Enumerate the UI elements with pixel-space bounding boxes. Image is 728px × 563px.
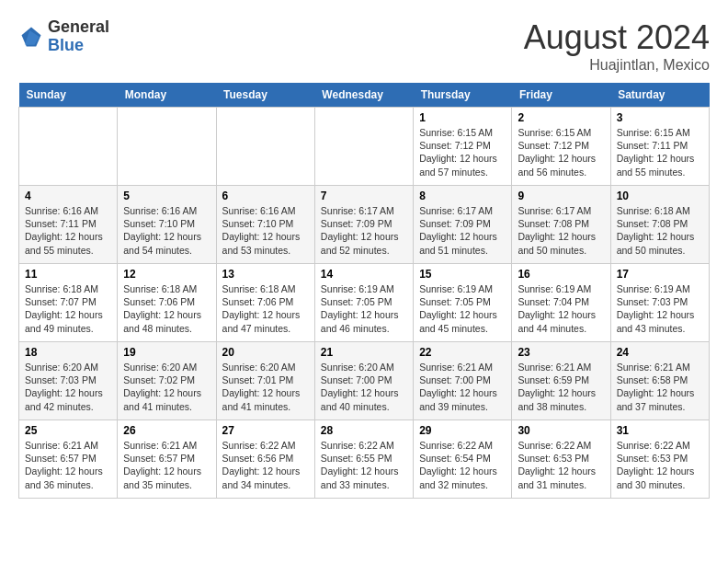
calendar-week-3: 11Sunrise: 6:18 AM Sunset: 7:07 PM Dayli… xyxy=(19,264,710,342)
day-number: 24 xyxy=(617,346,703,359)
day-number: 25 xyxy=(25,424,111,437)
calendar-cell: 5Sunrise: 6:16 AM Sunset: 7:10 PM Daylig… xyxy=(118,186,216,264)
day-number: 23 xyxy=(518,346,604,359)
calendar-week-2: 4Sunrise: 6:16 AM Sunset: 7:11 PM Daylig… xyxy=(19,186,710,264)
calendar-cell: 18Sunrise: 6:20 AM Sunset: 7:03 PM Dayli… xyxy=(19,342,118,420)
day-info: Sunrise: 6:16 AM Sunset: 7:11 PM Dayligh… xyxy=(25,204,111,257)
day-info: Sunrise: 6:17 AM Sunset: 7:08 PM Dayligh… xyxy=(518,204,604,257)
calendar-cell xyxy=(19,108,118,186)
day-number: 3 xyxy=(617,111,703,124)
day-info: Sunrise: 6:18 AM Sunset: 7:06 PM Dayligh… xyxy=(222,282,309,335)
calendar-cell: 17Sunrise: 6:19 AM Sunset: 7:03 PM Dayli… xyxy=(610,264,709,342)
day-info: Sunrise: 6:21 AM Sunset: 6:57 PM Dayligh… xyxy=(25,439,111,491)
day-info: Sunrise: 6:21 AM Sunset: 6:59 PM Dayligh… xyxy=(518,361,604,413)
weekday-header-friday: Friday xyxy=(512,83,610,108)
calendar-cell: 27Sunrise: 6:22 AM Sunset: 6:56 PM Dayli… xyxy=(216,420,314,499)
day-info: Sunrise: 6:19 AM Sunset: 7:05 PM Dayligh… xyxy=(419,282,506,335)
calendar-cell: 8Sunrise: 6:17 AM Sunset: 7:09 PM Daylig… xyxy=(414,186,512,264)
calendar-cell: 3Sunrise: 6:15 AM Sunset: 7:11 PM Daylig… xyxy=(610,108,709,186)
day-info: Sunrise: 6:22 AM Sunset: 6:53 PM Dayligh… xyxy=(518,439,604,491)
day-number: 4 xyxy=(25,190,111,202)
day-info: Sunrise: 6:22 AM Sunset: 6:56 PM Dayligh… xyxy=(222,439,309,491)
calendar-cell: 22Sunrise: 6:21 AM Sunset: 7:00 PM Dayli… xyxy=(414,342,512,420)
day-number: 7 xyxy=(321,190,407,202)
calendar-cell: 11Sunrise: 6:18 AM Sunset: 7:07 PM Dayli… xyxy=(19,264,118,342)
title-section: August 2024 Huajintlan, Mexico xyxy=(524,18,710,74)
day-number: 21 xyxy=(321,346,407,359)
day-number: 17 xyxy=(617,268,703,281)
day-number: 14 xyxy=(321,268,407,281)
calendar-cell xyxy=(216,108,314,186)
calendar-cell: 6Sunrise: 6:16 AM Sunset: 7:10 PM Daylig… xyxy=(216,186,314,264)
day-number: 22 xyxy=(419,346,506,359)
day-info: Sunrise: 6:20 AM Sunset: 7:01 PM Dayligh… xyxy=(222,361,309,413)
day-number: 8 xyxy=(419,190,506,202)
day-info: Sunrise: 6:19 AM Sunset: 7:03 PM Dayligh… xyxy=(617,282,703,335)
calendar-cell: 21Sunrise: 6:20 AM Sunset: 7:00 PM Dayli… xyxy=(314,342,413,420)
page-header: General Blue August 2024 Huajintlan, Mex… xyxy=(18,18,710,74)
calendar-cell: 12Sunrise: 6:18 AM Sunset: 7:06 PM Dayli… xyxy=(118,264,216,342)
calendar-cell: 19Sunrise: 6:20 AM Sunset: 7:02 PM Dayli… xyxy=(118,342,216,420)
day-info: Sunrise: 6:21 AM Sunset: 6:58 PM Dayligh… xyxy=(617,361,703,413)
day-number: 13 xyxy=(222,268,309,281)
day-info: Sunrise: 6:16 AM Sunset: 7:10 PM Dayligh… xyxy=(222,204,309,257)
day-number: 16 xyxy=(518,268,604,281)
location-title: Huajintlan, Mexico xyxy=(524,57,710,74)
calendar-table: SundayMondayTuesdayWednesdayThursdayFrid… xyxy=(18,83,710,499)
calendar-cell: 7Sunrise: 6:17 AM Sunset: 7:09 PM Daylig… xyxy=(314,186,413,264)
day-number: 2 xyxy=(518,111,604,124)
day-number: 28 xyxy=(321,424,407,437)
calendar-cell: 13Sunrise: 6:18 AM Sunset: 7:06 PM Dayli… xyxy=(216,264,314,342)
day-number: 19 xyxy=(123,346,210,359)
day-info: Sunrise: 6:18 AM Sunset: 7:08 PM Dayligh… xyxy=(617,204,703,257)
calendar-cell: 24Sunrise: 6:21 AM Sunset: 6:58 PM Dayli… xyxy=(610,342,709,420)
calendar-week-5: 25Sunrise: 6:21 AM Sunset: 6:57 PM Dayli… xyxy=(19,420,710,499)
day-number: 10 xyxy=(617,190,703,202)
day-number: 15 xyxy=(419,268,506,281)
weekday-header-monday: Monday xyxy=(118,83,216,108)
calendar-cell: 9Sunrise: 6:17 AM Sunset: 7:08 PM Daylig… xyxy=(512,186,610,264)
calendar-cell: 15Sunrise: 6:19 AM Sunset: 7:05 PM Dayli… xyxy=(414,264,512,342)
calendar-cell: 16Sunrise: 6:19 AM Sunset: 7:04 PM Dayli… xyxy=(512,264,610,342)
day-info: Sunrise: 6:15 AM Sunset: 7:12 PM Dayligh… xyxy=(518,126,604,178)
calendar-cell: 31Sunrise: 6:22 AM Sunset: 6:53 PM Dayli… xyxy=(610,420,709,499)
logo-icon xyxy=(18,24,44,50)
day-info: Sunrise: 6:17 AM Sunset: 7:09 PM Dayligh… xyxy=(419,204,506,257)
day-info: Sunrise: 6:19 AM Sunset: 7:05 PM Dayligh… xyxy=(321,282,407,335)
calendar-cell: 25Sunrise: 6:21 AM Sunset: 6:57 PM Dayli… xyxy=(19,420,118,499)
day-info: Sunrise: 6:16 AM Sunset: 7:10 PM Dayligh… xyxy=(123,204,210,257)
day-number: 29 xyxy=(419,424,506,437)
calendar-cell: 30Sunrise: 6:22 AM Sunset: 6:53 PM Dayli… xyxy=(512,420,610,499)
day-info: Sunrise: 6:18 AM Sunset: 7:07 PM Dayligh… xyxy=(25,282,111,335)
logo-blue: Blue xyxy=(48,37,109,55)
day-number: 30 xyxy=(518,424,604,437)
weekday-header-tuesday: Tuesday xyxy=(216,83,314,108)
day-info: Sunrise: 6:15 AM Sunset: 7:11 PM Dayligh… xyxy=(617,126,703,178)
day-info: Sunrise: 6:19 AM Sunset: 7:04 PM Dayligh… xyxy=(518,282,604,335)
day-number: 12 xyxy=(123,268,210,281)
calendar-cell: 14Sunrise: 6:19 AM Sunset: 7:05 PM Dayli… xyxy=(314,264,413,342)
day-info: Sunrise: 6:17 AM Sunset: 7:09 PM Dayligh… xyxy=(321,204,407,257)
logo-text: General Blue xyxy=(48,18,109,55)
weekday-header-wednesday: Wednesday xyxy=(314,83,413,108)
day-info: Sunrise: 6:21 AM Sunset: 6:57 PM Dayligh… xyxy=(123,439,210,491)
day-number: 1 xyxy=(419,111,506,124)
day-number: 6 xyxy=(222,190,309,202)
calendar-cell: 10Sunrise: 6:18 AM Sunset: 7:08 PM Dayli… xyxy=(610,186,709,264)
calendar-cell: 26Sunrise: 6:21 AM Sunset: 6:57 PM Dayli… xyxy=(118,420,216,499)
day-info: Sunrise: 6:22 AM Sunset: 6:54 PM Dayligh… xyxy=(419,439,506,491)
calendar-cell: 20Sunrise: 6:20 AM Sunset: 7:01 PM Dayli… xyxy=(216,342,314,420)
weekday-header-thursday: Thursday xyxy=(414,83,512,108)
calendar-cell: 23Sunrise: 6:21 AM Sunset: 6:59 PM Dayli… xyxy=(512,342,610,420)
day-number: 9 xyxy=(518,190,604,202)
day-info: Sunrise: 6:18 AM Sunset: 7:06 PM Dayligh… xyxy=(123,282,210,335)
calendar-cell: 1Sunrise: 6:15 AM Sunset: 7:12 PM Daylig… xyxy=(414,108,512,186)
day-info: Sunrise: 6:20 AM Sunset: 7:03 PM Dayligh… xyxy=(25,361,111,413)
day-number: 26 xyxy=(123,424,210,437)
calendar-week-4: 18Sunrise: 6:20 AM Sunset: 7:03 PM Dayli… xyxy=(19,342,710,420)
logo: General Blue xyxy=(18,18,109,55)
day-info: Sunrise: 6:22 AM Sunset: 6:55 PM Dayligh… xyxy=(321,439,407,491)
calendar-cell xyxy=(314,108,413,186)
calendar-cell: 2Sunrise: 6:15 AM Sunset: 7:12 PM Daylig… xyxy=(512,108,610,186)
weekday-header-saturday: Saturday xyxy=(610,83,709,108)
